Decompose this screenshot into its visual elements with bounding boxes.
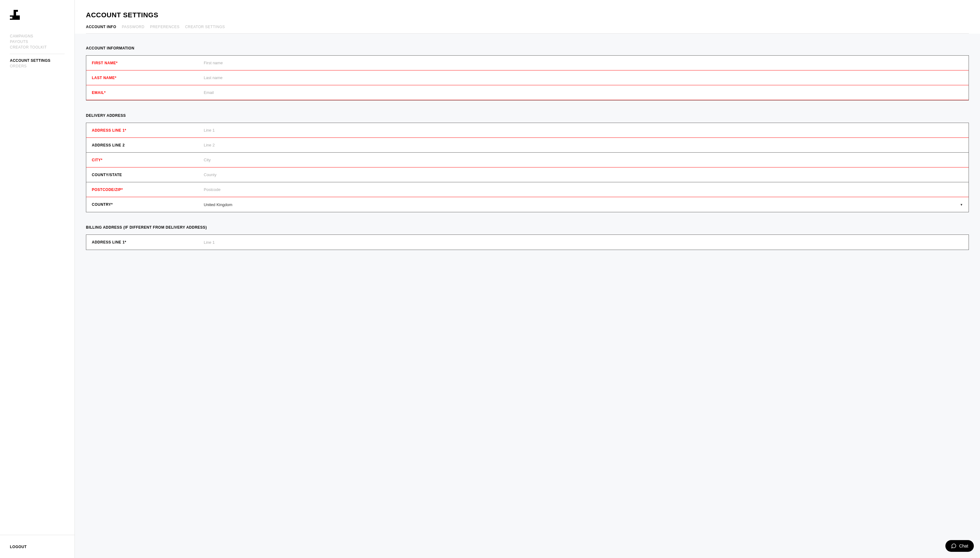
label-delivery-line2: ADDRESS LINE 2 <box>86 143 204 148</box>
form-row-delivery-city: CITY* <box>86 153 968 167</box>
form-row-last-name: LAST NAME* <box>86 71 968 85</box>
input-billing-line1[interactable] <box>204 236 968 248</box>
svg-rect-2 <box>13 10 18 12</box>
form-row-delivery-country: COUNTRY* United Kingdom ▼ <box>86 197 968 212</box>
sidebar: CAMPAIGNS PAYOUTS CREATOR TOOLKIT ACCOUN… <box>0 0 75 558</box>
logo-icon <box>10 10 20 20</box>
form-row-delivery-line1: ADDRESS LINE 1* <box>86 123 968 138</box>
nav-section-2: ACCOUNT SETTINGS ORDERS <box>10 58 65 69</box>
input-delivery-postcode[interactable] <box>204 184 968 195</box>
input-delivery-city[interactable] <box>204 154 968 166</box>
sidebar-item-creator-toolkit[interactable]: CREATOR TOOLKIT <box>10 44 65 50</box>
sidebar-item-payouts[interactable]: PAYOUTS <box>10 39 65 44</box>
select-delivery-country[interactable]: United Kingdom ▼ <box>204 202 968 207</box>
form-box-account-information: FIRST NAME* LAST NAME* EMAIL* <box>86 55 969 100</box>
tab-password[interactable]: PASSWORD <box>122 25 145 33</box>
chat-widget[interactable]: Chat <box>945 540 974 552</box>
section-title-billing-address: BILLING ADDRESS (IF DIFFERENT FROM DELIV… <box>86 225 969 230</box>
sidebar-item-orders[interactable]: ORDERS <box>10 63 65 69</box>
section-account-information: ACCOUNT INFORMATION FIRST NAME* LAST NAM… <box>86 46 969 100</box>
form-row-delivery-postcode: POSTCODE/ZIP* <box>86 182 968 197</box>
label-delivery-line1: ADDRESS LINE 1* <box>86 128 204 133</box>
section-delivery-address: DELIVERY ADDRESS ADDRESS LINE 1* ADDRESS… <box>86 113 969 212</box>
logout-button[interactable]: LOGOUT <box>10 545 26 549</box>
input-last-name[interactable] <box>204 72 968 84</box>
nav-divider <box>10 54 65 54</box>
label-first-name: FIRST NAME* <box>86 61 204 65</box>
label-delivery-postcode: POSTCODE/ZIP* <box>86 187 204 192</box>
header: ACCOUNT SETTINGS ACCOUNT INFO PASSWORD P… <box>75 0 980 34</box>
form-row-email: EMAIL* <box>86 85 968 100</box>
form-row-delivery-county: COUNTY/STATE <box>86 167 968 182</box>
chat-icon <box>951 543 957 549</box>
select-value-delivery-country: United Kingdom <box>204 202 232 207</box>
label-last-name: LAST NAME* <box>86 76 204 80</box>
main: ACCOUNT SETTINGS ACCOUNT INFO PASSWORD P… <box>75 0 980 558</box>
tab-account-info[interactable]: ACCOUNT INFO <box>86 25 116 33</box>
label-billing-line1: ADDRESS LINE 1* <box>86 240 204 245</box>
input-delivery-county[interactable] <box>204 169 968 181</box>
form-row-billing-line1: ADDRESS LINE 1* <box>86 235 968 249</box>
label-delivery-county: COUNTY/STATE <box>86 173 204 177</box>
page-title: ACCOUNT SETTINGS <box>86 11 969 19</box>
chat-label: Chat <box>959 543 968 548</box>
section-billing-address: BILLING ADDRESS (IF DIFFERENT FROM DELIV… <box>86 225 969 250</box>
section-title-delivery-address: DELIVERY ADDRESS <box>86 113 969 118</box>
nav-section-1: CAMPAIGNS PAYOUTS CREATOR TOOLKIT <box>10 33 65 50</box>
logo[interactable] <box>10 10 65 21</box>
content: ACCOUNT INFORMATION FIRST NAME* LAST NAM… <box>75 34 980 558</box>
tab-creator-settings[interactable]: CREATOR SETTINGS <box>185 25 225 33</box>
input-email[interactable] <box>204 87 968 98</box>
chevron-down-icon: ▼ <box>960 203 963 207</box>
input-first-name[interactable] <box>204 57 968 69</box>
sidebar-footer: LOGOUT <box>0 535 74 558</box>
form-box-delivery-address: ADDRESS LINE 1* ADDRESS LINE 2 CITY* COU… <box>86 123 969 212</box>
tab-preferences[interactable]: PREFERENCES <box>150 25 179 33</box>
svg-rect-3 <box>10 17 12 18</box>
form-box-billing-address: ADDRESS LINE 1* <box>86 235 969 250</box>
input-delivery-line2[interactable] <box>204 139 968 151</box>
sidebar-item-campaigns[interactable]: CAMPAIGNS <box>10 33 65 39</box>
form-row-delivery-line2: ADDRESS LINE 2 <box>86 138 968 153</box>
section-title-account-information: ACCOUNT INFORMATION <box>86 46 969 50</box>
form-row-first-name: FIRST NAME* <box>86 56 968 71</box>
tabs: ACCOUNT INFO PASSWORD PREFERENCES CREATO… <box>86 25 969 34</box>
input-delivery-line1[interactable] <box>204 124 968 136</box>
label-email: EMAIL* <box>86 90 204 95</box>
sidebar-item-account-settings[interactable]: ACCOUNT SETTINGS <box>10 58 65 63</box>
label-delivery-city: CITY* <box>86 158 204 162</box>
label-delivery-country: COUNTRY* <box>86 202 204 207</box>
